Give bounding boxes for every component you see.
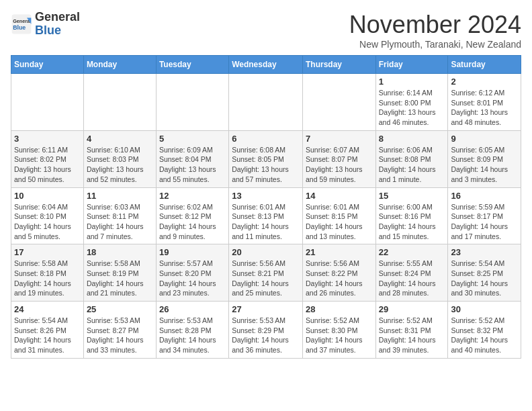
day-info: Sunrise: 5:53 AM Sunset: 8:28 PM Dayligh… — [159, 316, 226, 355]
day-info: Sunrise: 5:58 AM Sunset: 8:18 PM Dayligh… — [14, 259, 81, 298]
day-number: 24 — [14, 304, 81, 314]
page-header: General Blue General Blue November 2024 … — [11, 11, 521, 50]
day-number: 19 — [159, 247, 226, 257]
day-info: Sunrise: 5:56 AM Sunset: 8:22 PM Dayligh… — [306, 259, 373, 298]
calendar-header-row: SundayMondayTuesdayWednesdayThursdayFrid… — [11, 56, 521, 74]
day-info: Sunrise: 5:54 AM Sunset: 8:26 PM Dayligh… — [14, 316, 81, 355]
title-block: November 2024 New Plymouth, Taranaki, Ne… — [349, 11, 521, 50]
day-number: 14 — [306, 191, 373, 201]
logo-icon: General Blue — [11, 13, 32, 35]
logo: General Blue General Blue — [11, 11, 80, 38]
day-info: Sunrise: 5:56 AM Sunset: 8:21 PM Dayligh… — [232, 259, 300, 298]
calendar-week-2: 10Sunrise: 6:04 AM Sunset: 8:10 PM Dayli… — [11, 187, 521, 244]
day-info: Sunrise: 6:01 AM Sunset: 8:13 PM Dayligh… — [232, 202, 300, 242]
calendar-cell: 3Sunrise: 6:11 AM Sunset: 8:02 PM Daylig… — [11, 130, 84, 187]
calendar-cell: 23Sunrise: 5:54 AM Sunset: 8:25 PM Dayli… — [448, 244, 521, 302]
header-thursday: Thursday — [302, 56, 375, 74]
calendar-cell: 4Sunrise: 6:10 AM Sunset: 8:03 PM Daylig… — [83, 130, 156, 187]
calendar-cell: 2Sunrise: 6:12 AM Sunset: 8:01 PM Daylig… — [448, 74, 521, 131]
day-info: Sunrise: 6:10 AM Sunset: 8:03 PM Dayligh… — [87, 145, 153, 185]
day-number: 15 — [379, 191, 445, 201]
logo-wordmark: General Blue — [35, 11, 80, 38]
calendar-cell: 12Sunrise: 6:02 AM Sunset: 8:12 PM Dayli… — [156, 187, 228, 244]
header-friday: Friday — [375, 56, 448, 74]
calendar-cell: 16Sunrise: 5:59 AM Sunset: 8:17 PM Dayli… — [448, 187, 521, 244]
day-info: Sunrise: 5:57 AM Sunset: 8:20 PM Dayligh… — [159, 259, 226, 298]
day-info: Sunrise: 6:09 AM Sunset: 8:04 PM Dayligh… — [159, 145, 226, 185]
header-wednesday: Wednesday — [229, 56, 303, 74]
calendar-cell: 6Sunrise: 6:08 AM Sunset: 8:05 PM Daylig… — [229, 130, 303, 187]
calendar-week-3: 17Sunrise: 5:58 AM Sunset: 8:18 PM Dayli… — [11, 244, 521, 302]
header-tuesday: Tuesday — [156, 56, 228, 74]
day-info: Sunrise: 6:04 AM Sunset: 8:10 PM Dayligh… — [14, 202, 81, 242]
header-sunday: Sunday — [11, 56, 84, 74]
calendar-week-0: 1Sunrise: 6:14 AM Sunset: 8:00 PM Daylig… — [11, 74, 521, 131]
calendar-cell: 9Sunrise: 6:05 AM Sunset: 8:09 PM Daylig… — [448, 130, 521, 187]
calendar-cell — [229, 74, 303, 131]
day-number: 6 — [232, 134, 300, 144]
calendar-cell: 17Sunrise: 5:58 AM Sunset: 8:18 PM Dayli… — [11, 244, 84, 302]
day-info: Sunrise: 5:52 AM Sunset: 8:30 PM Dayligh… — [306, 316, 373, 355]
header-monday: Monday — [83, 56, 156, 74]
day-number: 8 — [379, 134, 445, 144]
calendar-cell: 25Sunrise: 5:53 AM Sunset: 8:27 PM Dayli… — [83, 302, 156, 359]
day-info: Sunrise: 5:52 AM Sunset: 8:32 PM Dayligh… — [451, 316, 518, 355]
month-title: November 2024 — [349, 11, 521, 39]
calendar-cell: 8Sunrise: 6:06 AM Sunset: 8:08 PM Daylig… — [375, 130, 448, 187]
calendar-cell: 10Sunrise: 6:04 AM Sunset: 8:10 PM Dayli… — [11, 187, 84, 244]
day-number: 25 — [87, 304, 153, 314]
day-info: Sunrise: 6:11 AM Sunset: 8:02 PM Dayligh… — [14, 145, 81, 185]
calendar-cell: 24Sunrise: 5:54 AM Sunset: 8:26 PM Dayli… — [11, 302, 84, 359]
day-number: 23 — [451, 247, 518, 257]
calendar-cell: 26Sunrise: 5:53 AM Sunset: 8:28 PM Dayli… — [156, 302, 228, 359]
calendar-week-1: 3Sunrise: 6:11 AM Sunset: 8:02 PM Daylig… — [11, 130, 521, 187]
day-number: 7 — [306, 134, 373, 144]
calendar-cell — [156, 74, 228, 131]
day-info: Sunrise: 6:02 AM Sunset: 8:12 PM Dayligh… — [159, 202, 226, 242]
day-info: Sunrise: 6:00 AM Sunset: 8:16 PM Dayligh… — [379, 202, 445, 242]
day-info: Sunrise: 5:55 AM Sunset: 8:24 PM Dayligh… — [379, 259, 445, 298]
calendar-cell: 1Sunrise: 6:14 AM Sunset: 8:00 PM Daylig… — [375, 74, 448, 131]
day-info: Sunrise: 6:08 AM Sunset: 8:05 PM Dayligh… — [232, 145, 300, 185]
day-info: Sunrise: 5:53 AM Sunset: 8:27 PM Dayligh… — [87, 316, 153, 355]
day-number: 3 — [14, 134, 81, 144]
svg-text:Blue: Blue — [13, 24, 26, 31]
calendar-cell: 13Sunrise: 6:01 AM Sunset: 8:13 PM Dayli… — [229, 187, 303, 244]
header-saturday: Saturday — [448, 56, 521, 74]
calendar-cell: 5Sunrise: 6:09 AM Sunset: 8:04 PM Daylig… — [156, 130, 228, 187]
location: New Plymouth, Taranaki, New Zealand — [349, 39, 521, 50]
calendar-cell: 21Sunrise: 5:56 AM Sunset: 8:22 PM Dayli… — [302, 244, 375, 302]
day-info: Sunrise: 6:03 AM Sunset: 8:11 PM Dayligh… — [87, 202, 153, 242]
calendar-cell — [83, 74, 156, 131]
day-info: Sunrise: 6:12 AM Sunset: 8:01 PM Dayligh… — [451, 88, 518, 128]
calendar-cell: 29Sunrise: 5:52 AM Sunset: 8:31 PM Dayli… — [375, 302, 448, 359]
day-info: Sunrise: 5:52 AM Sunset: 8:31 PM Dayligh… — [379, 316, 445, 355]
day-number: 20 — [232, 247, 300, 257]
day-number: 2 — [451, 77, 518, 87]
calendar-cell: 30Sunrise: 5:52 AM Sunset: 8:32 PM Dayli… — [448, 302, 521, 359]
day-info: Sunrise: 6:07 AM Sunset: 8:07 PM Dayligh… — [306, 145, 373, 185]
day-number: 12 — [159, 191, 226, 201]
calendar-cell: 19Sunrise: 5:57 AM Sunset: 8:20 PM Dayli… — [156, 244, 228, 302]
day-number: 11 — [87, 191, 153, 201]
calendar-cell: 22Sunrise: 5:55 AM Sunset: 8:24 PM Dayli… — [375, 244, 448, 302]
day-number: 30 — [451, 304, 518, 314]
calendar-cell: 28Sunrise: 5:52 AM Sunset: 8:30 PM Dayli… — [302, 302, 375, 359]
day-info: Sunrise: 6:05 AM Sunset: 8:09 PM Dayligh… — [451, 145, 518, 185]
day-number: 26 — [159, 304, 226, 314]
calendar-cell: 20Sunrise: 5:56 AM Sunset: 8:21 PM Dayli… — [229, 244, 303, 302]
day-info: Sunrise: 6:14 AM Sunset: 8:00 PM Dayligh… — [379, 88, 445, 128]
calendar-cell — [11, 74, 84, 131]
day-number: 29 — [379, 304, 445, 314]
calendar-table: SundayMondayTuesdayWednesdayThursdayFrid… — [11, 55, 521, 359]
day-number: 13 — [232, 191, 300, 201]
calendar-cell: 14Sunrise: 6:01 AM Sunset: 8:15 PM Dayli… — [302, 187, 375, 244]
day-number: 4 — [87, 134, 153, 144]
calendar-cell: 18Sunrise: 5:58 AM Sunset: 8:19 PM Dayli… — [83, 244, 156, 302]
day-info: Sunrise: 5:59 AM Sunset: 8:17 PM Dayligh… — [451, 202, 518, 242]
day-number: 1 — [379, 77, 445, 87]
day-info: Sunrise: 5:54 AM Sunset: 8:25 PM Dayligh… — [451, 259, 518, 298]
day-number: 22 — [379, 247, 445, 257]
calendar-cell: 27Sunrise: 5:53 AM Sunset: 8:29 PM Dayli… — [229, 302, 303, 359]
day-number: 27 — [232, 304, 300, 314]
